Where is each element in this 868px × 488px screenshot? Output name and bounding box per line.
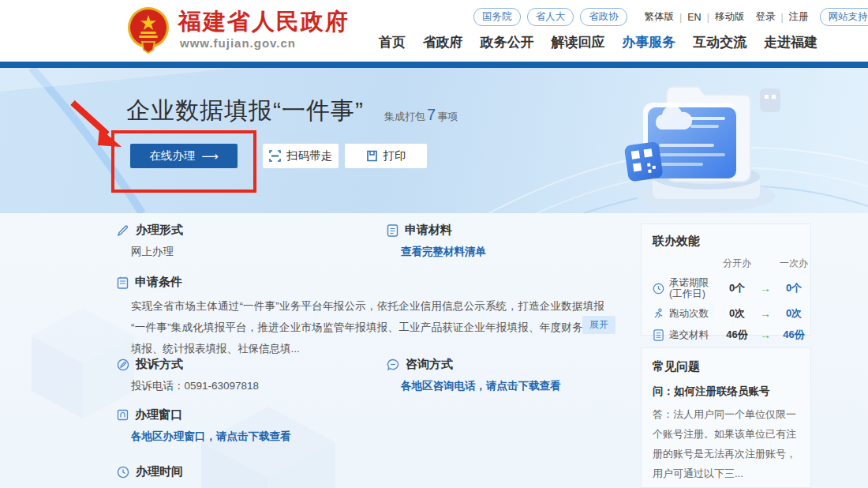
section-label-text: 办理时间 <box>136 464 183 479</box>
lang-en[interactable]: EN <box>687 12 701 23</box>
divider: | <box>679 12 682 23</box>
quick-link-guowuyuan[interactable]: 国务院 <box>473 8 521 26</box>
eff-label-text: 跑动次数 <box>669 307 709 321</box>
header-accent-bar <box>0 62 868 68</box>
green-arrow-icon: → <box>755 307 776 320</box>
section-handling-form: 办理形式 <box>117 223 183 238</box>
document-icon <box>387 224 398 237</box>
col-header-separate: 分开办 <box>719 257 755 270</box>
divider: | <box>707 12 709 23</box>
expand-button[interactable]: 展开 <box>582 316 615 334</box>
eff-after-value: 0个 <box>776 281 812 295</box>
eff-row-trips: 跑动次数 <box>653 307 719 321</box>
materials-list-link[interactable]: 查看完整材料清单 <box>401 245 486 259</box>
section-complaint: 投诉方式 <box>117 357 183 372</box>
auth-group: 登录 | 注册 <box>755 10 808 24</box>
eff-before-value: 0个 <box>719 281 755 295</box>
faq-title: 常见问题 <box>653 359 799 374</box>
main-nav: 首页 省政府 政务公开 解读回应 办事服务 互动交流 走进福建 <box>379 33 817 51</box>
content-area: 办理形式 网上办理 申请材料 查看完整材料清单 申请条件 实现全省市场主体通过“… <box>0 213 868 488</box>
nav-about-fujian[interactable]: 走进福建 <box>764 33 817 51</box>
eff-after-value: 46份 <box>776 328 812 342</box>
handling-form-value: 网上办理 <box>131 245 174 259</box>
faq-panel: 常见问题 问：如何注册联络员账号 答：法人用户同一个单位仅限一个账号注册。如果该… <box>641 347 811 488</box>
eff-before-value: 46份 <box>719 328 755 342</box>
section-label-text: 投诉方式 <box>136 357 183 372</box>
quick-link-shengrenda[interactable]: 省人大 <box>527 8 574 26</box>
eff-row-deadline: 承诺期限(工作日) <box>653 277 719 299</box>
section-label-text: 办理形式 <box>136 223 183 238</box>
section-application-materials: 申请材料 <box>387 223 452 238</box>
eff-label-sub: (工作日) <box>669 288 705 299</box>
efficiency-title: 联办效能 <box>653 234 799 249</box>
col-header-once: 一次办 <box>776 257 812 270</box>
complaint-phone-value: 投诉电话：0591-63097818 <box>131 379 259 393</box>
scan-qr-button[interactable]: 扫码带走 <box>263 144 339 168</box>
faq-question[interactable]: 问：如何注册联络员账号 <box>653 385 799 399</box>
package-suffix: 事项 <box>437 111 458 122</box>
edit-pen-icon <box>117 224 129 237</box>
print-icon <box>366 150 378 162</box>
section-label-text: 申请条件 <box>135 275 182 290</box>
joint-efficiency-panel: 联办效能 分开办 一次办 承诺期限(工作日) 0个 → 0个 <box>641 223 811 336</box>
package-info: 集成打包7事项 <box>384 106 458 124</box>
eff-before-value: 0次 <box>719 306 755 321</box>
consult-phone-link[interactable]: 各地区咨询电话，请点击下载查看 <box>401 379 561 393</box>
package-prefix: 集成打包 <box>384 111 425 122</box>
right-arrow-icon: ⟶ <box>201 149 219 163</box>
lang-mobile[interactable]: 移动版 <box>715 10 745 24</box>
eff-label-text: 递交材料 <box>669 328 709 342</box>
login-link[interactable]: 登录 <box>755 10 775 24</box>
online-apply-label: 在线办理 <box>149 148 195 163</box>
section-label-text: 申请材料 <box>405 223 452 238</box>
green-arrow-icon: → <box>755 282 776 295</box>
nav-services[interactable]: 办事服务 <box>622 33 675 51</box>
eff-row-materials: 递交材料 <box>653 328 719 342</box>
lang-group: 繁体版 | EN | 移动版 <box>645 10 745 24</box>
clock-icon <box>653 283 664 295</box>
section-service-time: 办理时间 <box>117 464 183 479</box>
nav-public-affairs[interactable]: 政务公开 <box>481 33 534 51</box>
qr-scan-icon <box>269 150 281 162</box>
cube-watermark <box>197 403 339 488</box>
divider: | <box>780 12 783 23</box>
print-label: 打印 <box>383 148 406 163</box>
package-count: 7 <box>427 106 436 123</box>
quick-link-shengzhengxie[interactable]: 省政协 <box>580 8 627 26</box>
nav-home[interactable]: 首页 <box>379 33 406 51</box>
print-button[interactable]: 打印 <box>345 144 427 168</box>
green-arrow-icon: → <box>755 328 776 341</box>
complaint-pen-icon <box>117 358 129 371</box>
window-icon <box>117 409 129 421</box>
lang-traditional[interactable]: 繁体版 <box>645 10 675 24</box>
header: 福建省人民政府 www.fujian.gov.cn 国务院 省人大 省政协 繁体… <box>0 0 868 62</box>
conditions-text: 实现全省市场主体通过“一件事”业务平台年报公示，依托企业信用信息公示系统，打造企… <box>131 295 604 359</box>
chat-bubble-icon <box>387 358 399 371</box>
clipboard-icon <box>117 276 129 289</box>
runner-icon <box>653 308 664 320</box>
faq-answer: 答：法人用户同一个单位仅限一个账号注册。如果该单位已有注册的账号是无法再次注册账… <box>653 404 799 483</box>
page: 福建省人民政府 www.fujian.gov.cn 国务院 省人大 省政协 繁体… <box>0 0 868 488</box>
nav-interaction[interactable]: 互动交流 <box>693 33 746 51</box>
eff-label-text: 承诺期限 <box>669 277 709 288</box>
site-name: 福建省人民政府 <box>178 6 350 38</box>
nav-provincial-gov[interactable]: 省政府 <box>423 33 463 51</box>
scan-qr-label: 扫码带走 <box>286 148 332 163</box>
register-link[interactable]: 注册 <box>789 10 809 24</box>
top-links: 国务院 省人大 省政协 繁体版 | EN | 移动版 登录 | 注册 网站支持I… <box>473 8 836 26</box>
eff-after-value: 0次 <box>776 306 812 321</box>
section-application-conditions: 申请条件 <box>117 275 182 290</box>
section-label-text: 办理窗口 <box>135 407 182 422</box>
hero-illustration <box>612 71 809 213</box>
clock-icon <box>117 466 129 479</box>
national-emblem-icon <box>126 6 170 54</box>
efficiency-grid: 分开办 一次办 承诺期限(工作日) 0个 → 0个 <box>653 257 799 342</box>
online-apply-button[interactable]: 在线办理 ⟶ <box>130 144 238 168</box>
section-consultation: 咨询方式 <box>387 357 453 372</box>
section-service-window: 办理窗口 <box>117 407 182 422</box>
document-icon <box>653 329 664 341</box>
service-window-link[interactable]: 各地区办理窗口，请点击下载查看 <box>131 430 291 444</box>
site-url: www.fujian.gov.cn <box>180 36 296 50</box>
hero-banner: 企业数据填报“一件事” 集成打包7事项 在线办理 ⟶ 扫码带走 打印 <box>0 68 868 213</box>
nav-interpretation[interactable]: 解读回应 <box>551 33 604 51</box>
